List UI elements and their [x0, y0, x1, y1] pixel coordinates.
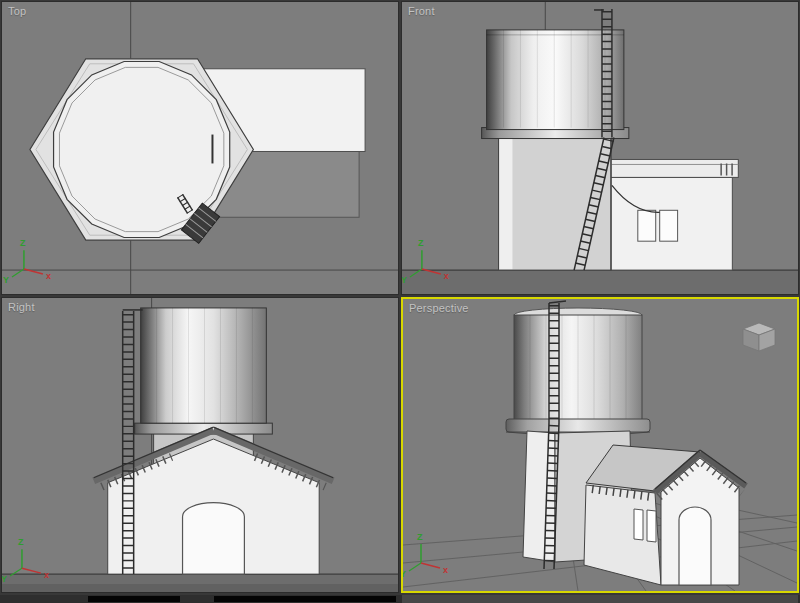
- axis-z-label: Z: [18, 537, 24, 547]
- tank-rim: [506, 419, 650, 432]
- axis-z-label: Z: [20, 238, 26, 248]
- window: [647, 510, 656, 542]
- below-ground-shade: [402, 270, 798, 294]
- status-bar-segment: [402, 595, 798, 603]
- viewport-perspective-label[interactable]: Perspective: [409, 302, 469, 314]
- front-view-canvas[interactable]: Z Y x: [402, 2, 798, 294]
- window: [634, 509, 643, 540]
- viewport-top[interactable]: Top: [1, 1, 399, 295]
- axis-z-label: Z: [417, 532, 423, 542]
- window: [638, 210, 656, 241]
- water-tank-perspective[interactable]: [506, 308, 650, 436]
- pump-house-perspective[interactable]: [584, 445, 746, 585]
- axis-y-label: Y: [403, 569, 406, 579]
- tower-left-face: [523, 431, 555, 562]
- viewport-quad-layout: Top: [0, 0, 800, 603]
- right-view-canvas[interactable]: Z Y x: [2, 298, 398, 592]
- axis-y-label: Y: [3, 275, 9, 285]
- axis-y-label: Y: [2, 574, 7, 584]
- water-tank-front[interactable]: [482, 30, 629, 139]
- water-tank-right[interactable]: [135, 308, 273, 434]
- viewport-top-label[interactable]: Top: [8, 5, 26, 17]
- axis-x-label: x: [444, 271, 449, 281]
- window: [660, 210, 678, 241]
- status-bar: [0, 595, 800, 603]
- perspective-view-canvas[interactable]: Z Y x: [403, 299, 797, 591]
- tower-base-front[interactable]: [499, 137, 611, 271]
- arched-door: [679, 507, 711, 585]
- pump-house-front[interactable]: [611, 159, 738, 270]
- viewport-perspective-active[interactable]: Perspective: [401, 297, 799, 593]
- axis-y-label: Y: [402, 275, 407, 285]
- axis-x-label: x: [443, 565, 448, 575]
- axis-z-label: Z: [418, 238, 424, 248]
- floating-box-object[interactable]: [743, 323, 775, 351]
- arched-door: [183, 503, 245, 575]
- status-bar-segment: [88, 596, 180, 602]
- status-bar-segment: [214, 596, 396, 602]
- viewport-front[interactable]: Front: [401, 1, 799, 295]
- viewport-right[interactable]: Right: [1, 297, 399, 593]
- top-view-canvas[interactable]: Z Y x: [2, 2, 398, 294]
- viewport-front-label[interactable]: Front: [408, 5, 435, 17]
- roof-band: [611, 159, 738, 177]
- axis-x-label: x: [46, 271, 51, 281]
- axis-x-label: x: [44, 570, 49, 580]
- viewport-right-label[interactable]: Right: [8, 301, 35, 313]
